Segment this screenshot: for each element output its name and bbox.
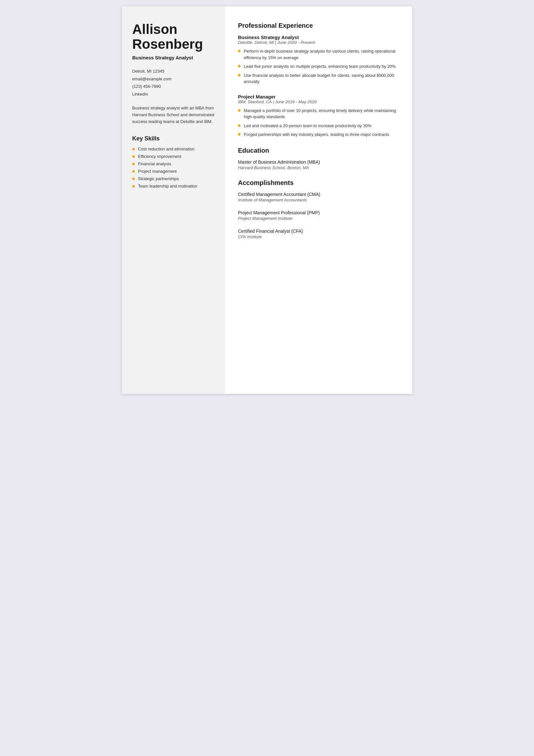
accomplishment-block: Project Management Professional (PMP) Pr… bbox=[238, 210, 399, 221]
bullet-dot bbox=[238, 65, 241, 68]
job-title: Business Strategy Analyst bbox=[238, 35, 399, 40]
right-panel: Professional Experience Business Strateg… bbox=[225, 7, 412, 394]
skill-label: Efficiency improvement bbox=[138, 154, 181, 159]
accomplishments-title: Accomplishments bbox=[238, 179, 399, 187]
bullet-dot bbox=[238, 50, 241, 52]
acc-org: Project Management Institute bbox=[238, 216, 399, 221]
job-bullet-item: Lead five junior analysts on multiple pr… bbox=[238, 63, 399, 70]
job-bullet-item: Use financial analysis to better allocat… bbox=[238, 72, 399, 85]
job-bullet-item: Forged partnerships with key industry pl… bbox=[238, 131, 399, 138]
bullet-dot bbox=[238, 133, 241, 136]
bullet-text: Use financial analysis to better allocat… bbox=[244, 72, 399, 85]
accomplishment-block: Certified Financial Analyst (CFA) CFA In… bbox=[238, 229, 399, 239]
bullet-dot bbox=[132, 177, 135, 180]
skill-label: Cost reduction and elimination bbox=[138, 147, 194, 151]
contact-block: Detroit, MI 12345 email@example.com (123… bbox=[132, 68, 215, 98]
job-title-sidebar: Business Strategy Analyst bbox=[132, 55, 215, 60]
job-bullet-item: Managed a portfolio of over 10 projects,… bbox=[238, 107, 399, 120]
bullet-dot bbox=[238, 74, 241, 76]
contact-phone: (123) 456-7890 bbox=[132, 83, 215, 90]
acc-name: Certified Financial Analyst (CFA) bbox=[238, 229, 399, 234]
job-meta: IBM, Stanford, CA | June 2019 - May 2020 bbox=[238, 99, 399, 104]
left-panel: Allison Rosenberg Business Strategy Anal… bbox=[122, 7, 225, 394]
bullet-text: Forged partnerships with key industry pl… bbox=[244, 131, 389, 138]
name-first: Allison bbox=[132, 22, 215, 37]
summary-block: Business strategy analyst with an MBA fr… bbox=[132, 105, 215, 125]
contact-linkedin: LinkedIn bbox=[132, 91, 215, 98]
skill-label: Team leadership and motivation bbox=[138, 184, 197, 189]
contact-email: email@example.com bbox=[132, 75, 215, 83]
prof-exp-section: Professional Experience Business Strateg… bbox=[238, 22, 399, 138]
edu-degree: Master of Business Administration (MBA) bbox=[238, 159, 399, 165]
acc-name: Project Management Professional (PMP) bbox=[238, 210, 399, 215]
name-last: Rosenberg bbox=[132, 37, 215, 52]
bullet-dot bbox=[238, 124, 241, 127]
skills-section: Key Skills Cost reduction and eliminatio… bbox=[132, 135, 215, 189]
bullet-dot bbox=[132, 170, 135, 173]
accomplishments-section: Accomplishments Certified Management Acc… bbox=[238, 179, 399, 239]
skills-title: Key Skills bbox=[132, 135, 215, 142]
bullet-dot bbox=[132, 163, 135, 165]
job-bullet-item: Perform in-depth business strategy analy… bbox=[238, 48, 399, 61]
edu-school: Harvard Business School, Boston, MA bbox=[238, 165, 399, 170]
job-bullets: Perform in-depth business strategy analy… bbox=[238, 48, 399, 85]
jobs-list: Business Strategy AnalystDeloitte, Detro… bbox=[238, 35, 399, 138]
accomplishment-block: Certified Management Accountant (CMA) In… bbox=[238, 192, 399, 202]
acc-name: Certified Management Accountant (CMA) bbox=[238, 192, 399, 197]
education-title: Education bbox=[238, 147, 399, 154]
education-list: Master of Business Administration (MBA) … bbox=[238, 159, 399, 170]
bullet-dot bbox=[238, 109, 241, 112]
skill-label: Project management bbox=[138, 169, 177, 174]
name-block: Allison Rosenberg Business Strategy Anal… bbox=[132, 22, 215, 60]
bullet-dot bbox=[132, 185, 135, 188]
skills-list: Cost reduction and eliminationEfficiency… bbox=[132, 147, 215, 189]
contact-location: Detroit, MI 12345 bbox=[132, 68, 215, 75]
skill-label: Financial analysis bbox=[138, 161, 171, 166]
skill-item: Team leadership and motivation bbox=[132, 184, 215, 189]
skill-item: Project management bbox=[132, 169, 215, 174]
job-bullet-item: Led and motivated a 20-person team to in… bbox=[238, 123, 399, 129]
job-title: Project Manager bbox=[238, 94, 399, 99]
accomplishments-list: Certified Management Accountant (CMA) In… bbox=[238, 192, 399, 239]
resume-container: Allison Rosenberg Business Strategy Anal… bbox=[122, 7, 412, 394]
skill-item: Financial analysis bbox=[132, 161, 215, 166]
skill-item: Strategic partnerships bbox=[132, 176, 215, 181]
job-bullets: Managed a portfolio of over 10 projects,… bbox=[238, 107, 399, 138]
bullet-dot bbox=[132, 148, 135, 150]
bullet-dot bbox=[132, 155, 135, 158]
prof-exp-title: Professional Experience bbox=[238, 22, 399, 29]
bullet-text: Perform in-depth business strategy analy… bbox=[244, 48, 399, 61]
bullet-text: Managed a portfolio of over 10 projects,… bbox=[244, 107, 399, 120]
job-block: Project ManagerIBM, Stanford, CA | June … bbox=[238, 94, 399, 138]
acc-org: CFA Institute bbox=[238, 234, 399, 239]
job-block: Business Strategy AnalystDeloitte, Detro… bbox=[238, 35, 399, 85]
bullet-text: Lead five junior analysts on multiple pr… bbox=[244, 63, 396, 70]
skill-label: Strategic partnerships bbox=[138, 176, 179, 181]
acc-org: Institute of Management Accountants bbox=[238, 198, 399, 202]
skill-item: Cost reduction and elimination bbox=[132, 147, 215, 151]
skill-item: Efficiency improvement bbox=[132, 154, 215, 159]
education-section: Education Master of Business Administrat… bbox=[238, 147, 399, 170]
edu-block: Master of Business Administration (MBA) … bbox=[238, 159, 399, 170]
bullet-text: Led and motivated a 20-person team to in… bbox=[244, 123, 371, 129]
job-meta: Deloitte, Detroit, MI | June 2020 - Pres… bbox=[238, 40, 399, 45]
